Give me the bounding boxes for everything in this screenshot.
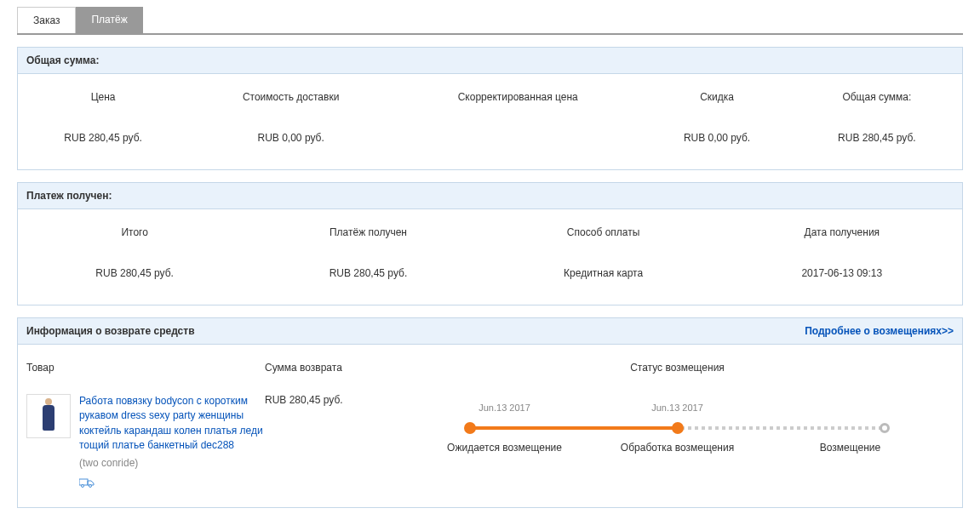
totals-table: Цена Стоимость доставки Скорректированна… [18,83,962,152]
received-table: Итого Платёж получен Способ оплаты Дата … [18,218,962,288]
col-header-total: Общая сумма: [792,83,962,123]
refund-panel-title: Информация о возврате средств [26,325,195,337]
cell-method: Кредитная карта [485,259,722,288]
progress-marker-processing [672,422,684,434]
col-header-product: Товар [26,362,265,374]
col-header-adjusted: Скорректированная цена [393,83,642,123]
received-panel-title: Платеж получен: [18,183,962,209]
svg-rect-0 [79,479,88,485]
cell-shipping: RUB 0,00 руб. [188,123,393,152]
progress-marker-done [880,423,890,433]
col-header-discount: Скидка [642,83,791,123]
table-row: RUB 280,45 руб. RUB 0,00 руб. RUB 0,00 р… [18,123,962,152]
cell-total: RUB 280,45 руб. [792,123,962,152]
refund-amount: RUB 280,45 руб. [265,394,401,406]
svg-point-2 [89,484,92,487]
totals-panel-title: Общая сумма: [18,48,962,74]
progress-label-done: Возмещение [764,442,937,454]
cell-date: 2017-06-13 09:13 [722,259,962,288]
progress-date-done [764,403,937,413]
refund-progress: Jun.13 2017 Jun.13 2017 Ожидае [418,403,937,462]
progress-label-expected: Ожидается возмещение [418,442,591,454]
col-header-method: Способ оплаты [485,218,722,259]
cell-received: RUB 280,45 руб. [251,259,484,288]
tab-payment[interactable]: Платёж [76,7,142,33]
tab-order[interactable]: Заказ [17,7,76,33]
refund-more-link[interactable]: Подробнее о возмещениях>> [805,325,954,337]
col-header-total: Итого [18,218,251,259]
col-header-date: Дата получения [722,218,962,259]
table-row: RUB 280,45 руб. RUB 280,45 руб. Кредитна… [18,259,962,288]
product-link[interactable]: Работа повязку bodycon с коротким рукаво… [79,394,265,454]
col-header-shipping: Стоимость доставки [188,83,393,123]
refund-row: Работа повязку bodycon с коротким рукаво… [18,394,962,490]
col-header-amount: Сумма возврата [265,362,401,374]
svg-point-1 [82,484,84,487]
progress-date-expected: Jun.13 2017 [418,403,591,413]
totals-panel: Общая сумма: Цена Стоимость доставки Ско… [17,47,963,170]
cell-total: RUB 280,45 руб. [18,259,251,288]
progress-label-processing: Обработка возмещения [591,442,764,454]
received-panel: Платеж получен: Итого Платёж получен Спо… [17,182,963,305]
product-store: (two conride) [79,457,265,469]
col-header-received: Платёж получен [251,218,484,259]
cell-price: RUB 280,45 руб. [18,123,188,152]
cell-adjusted [393,123,642,152]
col-header-status: Статус возмещения [401,362,954,374]
refund-panel: Информация о возврате средств Подробнее … [17,317,963,508]
tabs: Заказ Платёж [17,7,963,35]
progress-date-processing: Jun.13 2017 [591,403,764,413]
truck-icon [79,477,265,490]
col-header-price: Цена [18,83,188,123]
product-thumbnail[interactable] [26,394,71,438]
progress-marker-expected [464,422,476,434]
cell-discount: RUB 0,00 руб. [642,123,791,152]
